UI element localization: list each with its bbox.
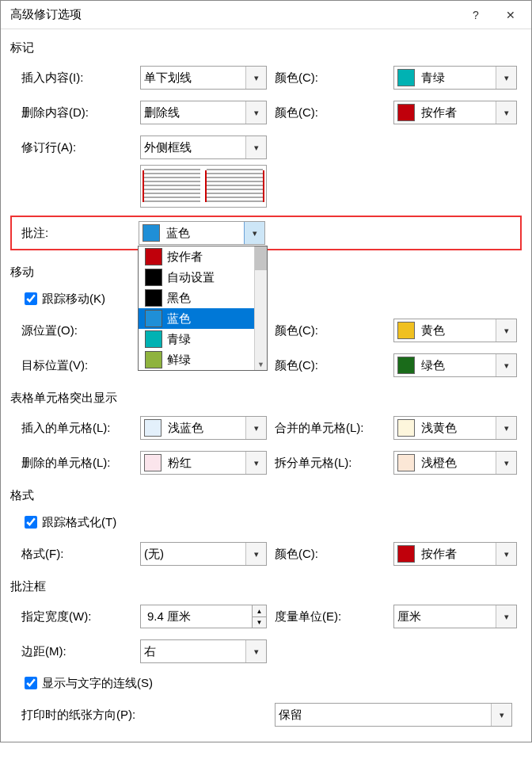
color-swatch — [397, 104, 415, 121]
chevron-down-icon: ▾ — [245, 640, 266, 662]
chevron-down-icon: ▾ — [244, 222, 264, 244]
chevron-down-icon: ▾ — [491, 704, 511, 726]
color-swatch — [397, 357, 415, 374]
changedlines-label: 修订行(A): — [21, 140, 140, 155]
dest-color-label: 颜色(C): — [275, 358, 393, 373]
chevron-down-icon: ▾ — [496, 605, 516, 628]
track-moves-label: 跟踪移动(K) — [42, 292, 105, 307]
insertion-label: 插入内容(I): — [21, 71, 140, 86]
deleted-cells-combo[interactable]: 粉红 ▾ — [140, 451, 267, 475]
dest-color-combo[interactable]: 绿色 ▾ — [393, 353, 517, 377]
changedlines-preview — [140, 165, 267, 208]
color-swatch — [142, 224, 160, 242]
chevron-down-icon: ▾ — [245, 452, 266, 474]
chevron-down-icon: ▾ — [245, 136, 266, 158]
insertion-color-combo[interactable]: 青绿 ▾ — [393, 66, 517, 90]
deleted-cells-label: 删除的单元格(L): — [21, 456, 140, 471]
orientation-label: 打印时的纸张方向(P): — [21, 708, 275, 723]
color-swatch — [397, 322, 415, 339]
source-color-combo[interactable]: 黄色 ▾ — [393, 319, 517, 342]
formatting-combo[interactable]: (无) ▾ — [140, 542, 267, 566]
color-swatch — [145, 269, 162, 286]
chevron-down-icon: ▾ — [496, 319, 516, 342]
dropdown-item-label: 青绿 — [167, 332, 191, 347]
merged-cells-combo[interactable]: 浅黄色 ▾ — [393, 416, 517, 440]
orientation-combo[interactable]: 保留 ▾ — [275, 703, 512, 727]
deletion-combo[interactable]: 删除线 ▾ — [140, 101, 267, 124]
track-moves-checkbox[interactable] — [25, 292, 37, 305]
section-marking: 标记 — [10, 40, 522, 55]
split-cells-label: 拆分单元格(L): — [275, 456, 393, 471]
width-spinner[interactable]: 9.4 厘米 ▲ ▼ — [140, 605, 267, 628]
margin-combo[interactable]: 右 ▾ — [140, 639, 267, 663]
changedlines-combo[interactable]: 外侧框线 ▾ — [140, 135, 267, 159]
comments-label: 批注: — [21, 226, 139, 241]
section-balloons: 批注框 — [10, 579, 522, 594]
formatting-color-label: 颜色(C): — [275, 547, 393, 562]
comments-row-highlight: 批注: 蓝色 ▾ 按作者自动设置黑色蓝色青绿鲜绿 — [10, 216, 522, 250]
color-swatch — [145, 330, 162, 348]
formatting-label: 格式(F): — [21, 547, 140, 562]
show-lines-label: 显示与文字的连线(S) — [42, 676, 153, 691]
width-label: 指定宽度(W): — [21, 609, 140, 624]
dropdown-item-label: 鲜绿 — [167, 353, 191, 368]
unit-label: 度量单位(E): — [275, 609, 393, 624]
show-lines-checkbox[interactable] — [25, 677, 37, 689]
deletion-color-label: 颜色(C): — [275, 105, 393, 120]
deletion-label: 删除内容(D): — [21, 105, 140, 120]
chevron-down-icon: ▾ — [496, 354, 516, 376]
dest-label: 目标位置(V): — [21, 358, 140, 373]
section-table: 表格单元格突出显示 — [10, 391, 522, 406]
chevron-down-icon: ▾ — [496, 452, 516, 474]
comments-color-dropdown: 按作者自动设置黑色蓝色青绿鲜绿 — [138, 246, 268, 371]
dropdown-item[interactable]: 蓝色 — [139, 308, 254, 329]
dropdown-item-label: 蓝色 — [167, 311, 191, 326]
chevron-down-icon: ▾ — [496, 101, 516, 124]
color-swatch — [397, 69, 415, 86]
color-swatch — [145, 248, 162, 265]
insertion-color-label: 颜色(C): — [275, 71, 393, 86]
dropdown-item[interactable]: 自动设置 — [139, 267, 254, 288]
advanced-track-changes-dialog: 高级修订选项 ? ✕ 标记 插入内容(I): 单下划线 ▾ 颜色(C): 青绿 … — [0, 0, 532, 742]
source-label: 源位置(O): — [21, 323, 140, 338]
insertion-combo[interactable]: 单下划线 ▾ — [140, 66, 267, 90]
merged-cells-label: 合并的单元格(L): — [275, 421, 393, 436]
color-swatch — [397, 419, 415, 437]
color-swatch — [145, 289, 162, 307]
source-color-label: 颜色(C): — [275, 323, 393, 338]
color-swatch — [144, 454, 162, 471]
spin-down-icon[interactable]: ▼ — [253, 616, 266, 628]
dropdown-item[interactable]: 青绿 — [139, 329, 254, 349]
spin-up-icon[interactable]: ▲ — [253, 605, 266, 616]
unit-combo[interactable]: 厘米 ▾ — [393, 605, 517, 628]
dropdown-item[interactable]: 鲜绿 — [139, 349, 254, 370]
chevron-down-icon: ▾ — [496, 543, 516, 565]
color-swatch — [397, 454, 415, 471]
scrollbar[interactable] — [254, 246, 267, 370]
comments-color-combo[interactable]: 蓝色 ▾ 按作者自动设置黑色蓝色青绿鲜绿 — [139, 221, 265, 245]
inserted-cells-combo[interactable]: 浅蓝色 ▾ — [140, 416, 267, 440]
inserted-cells-label: 插入的单元格(L): — [21, 421, 140, 436]
chevron-down-icon: ▾ — [245, 101, 266, 124]
dropdown-item[interactable]: 按作者 — [139, 246, 254, 267]
formatting-color-combo[interactable]: 按作者 ▾ — [393, 542, 517, 566]
chevron-down-icon: ▾ — [245, 417, 266, 439]
chevron-down-icon: ▾ — [245, 543, 266, 565]
help-button[interactable]: ? — [458, 2, 493, 28]
deletion-color-combo[interactable]: 按作者 ▾ — [393, 101, 517, 124]
dropdown-item-label: 自动设置 — [167, 270, 215, 285]
chevron-down-icon: ▾ — [496, 417, 516, 439]
track-formatting-checkbox[interactable] — [25, 516, 37, 529]
dropdown-item-label: 黑色 — [167, 291, 191, 306]
split-cells-combo[interactable]: 浅橙色 ▾ — [393, 451, 517, 475]
section-formatting: 格式 — [10, 488, 522, 503]
close-button[interactable]: ✕ — [493, 2, 528, 28]
chevron-down-icon: ▾ — [496, 67, 516, 89]
color-swatch — [144, 419, 162, 437]
dialog-title: 高级修订选项 — [10, 7, 458, 22]
margin-label: 边距(M): — [21, 644, 140, 659]
titlebar: 高级修订选项 ? ✕ — [1, 1, 531, 29]
dropdown-item[interactable]: 黑色 — [139, 288, 254, 308]
color-swatch — [145, 351, 162, 368]
chevron-down-icon: ▾ — [245, 67, 266, 89]
